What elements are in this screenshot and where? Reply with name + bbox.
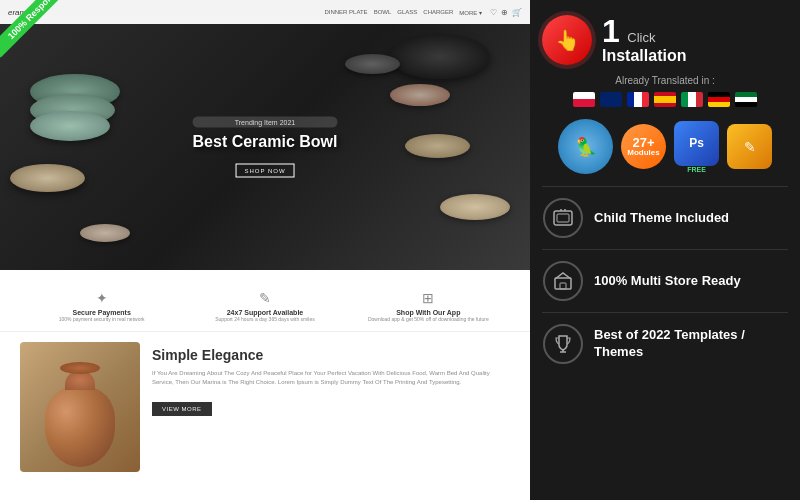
install-text: 1 Click Installation bbox=[602, 15, 686, 65]
feature-app-title: Shop With Our App bbox=[347, 309, 509, 316]
child-theme-svg bbox=[552, 207, 574, 229]
child-theme-badge-ring bbox=[543, 198, 583, 238]
flag-germany bbox=[708, 92, 730, 107]
ps-wrapper: Ps FREE bbox=[674, 121, 719, 173]
modules-mascot-badge: 🦜 bbox=[558, 119, 613, 174]
flag-spain bbox=[654, 92, 676, 107]
flag-france bbox=[627, 92, 649, 107]
mock-nav-items: DINNER PLATE BOWL GLASS CHARGER MORE ▾ bbox=[324, 9, 482, 16]
free-label: FREE bbox=[687, 166, 706, 173]
shop-now-button[interactable]: SHOP NOW bbox=[235, 164, 294, 178]
plate-2 bbox=[390, 84, 450, 106]
responsive-badge-text: 100% Responsive bbox=[0, 0, 64, 57]
flag-italy bbox=[681, 92, 703, 107]
app-icon: ⊞ bbox=[347, 290, 509, 306]
edit-icon: ✎ bbox=[744, 139, 756, 155]
website-bottom: ✦ Secure Payments 100% payment security … bbox=[0, 270, 530, 500]
product-image bbox=[20, 342, 140, 472]
flag-uk bbox=[600, 92, 622, 107]
view-more-button[interactable]: VIEW MORE bbox=[152, 402, 212, 416]
mock-nav-icons: ♡ ⊕ 🛒 bbox=[490, 8, 522, 17]
elegance-content: Simple Elegance If You Are Dreaming Abou… bbox=[152, 342, 510, 472]
best-2022-badge-ring bbox=[543, 324, 583, 364]
features-row: ✦ Secure Payments 100% payment security … bbox=[0, 282, 530, 332]
flag-poland bbox=[573, 92, 595, 107]
install-number: 1 bbox=[602, 13, 620, 49]
flag-uae bbox=[735, 92, 757, 107]
multi-store-badge-ring bbox=[543, 261, 583, 301]
child-theme-icon bbox=[542, 197, 584, 239]
bottom-content: Simple Elegance If You Are Dreaming Abou… bbox=[0, 342, 530, 472]
best-2022-text: Best of 2022 Templates / Themes bbox=[594, 327, 788, 361]
install-icon: 👆 bbox=[542, 15, 592, 65]
support-icon: ✎ bbox=[184, 290, 346, 306]
installation-label: Installation bbox=[602, 47, 686, 65]
plate-4 bbox=[345, 54, 400, 74]
svg-rect-5 bbox=[560, 283, 566, 289]
plate-6 bbox=[80, 224, 130, 242]
child-theme-text: Child Theme Included bbox=[594, 210, 729, 227]
feature-secure-desc: 100% payment security in real network bbox=[21, 316, 183, 323]
best-2022-icon bbox=[542, 323, 584, 365]
pot-top bbox=[60, 362, 100, 374]
feature-secure: ✦ Secure Payments 100% payment security … bbox=[21, 290, 183, 323]
elegance-title: Simple Elegance bbox=[152, 347, 510, 363]
feature-app-desc: Download app & get 50% off of downloadin… bbox=[347, 316, 509, 323]
right-panel: 👆 1 Click Installation Already Translate… bbox=[530, 0, 800, 500]
svg-rect-1 bbox=[557, 214, 569, 222]
child-theme-row: Child Theme Included bbox=[542, 186, 788, 249]
flags-row bbox=[542, 92, 788, 107]
plate-5 bbox=[405, 134, 470, 158]
bowl-stack bbox=[30, 74, 120, 141]
hero-sub: Trending Item 2021 bbox=[193, 117, 338, 128]
feature-app: ⊞ Shop With Our App Download app & get 5… bbox=[347, 290, 509, 323]
modules-label: Modules bbox=[627, 149, 659, 157]
best-2022-row: Best of 2022 Templates / Themes bbox=[542, 312, 788, 375]
left-panel: 100% Responsive eramic DINNER PLATE BOWL… bbox=[0, 0, 530, 500]
modules-row: 🦜 27+ Modules Ps FREE ✎ bbox=[542, 119, 788, 174]
ps-badge: Ps bbox=[674, 121, 719, 166]
pot-body bbox=[45, 387, 115, 467]
multi-store-svg bbox=[552, 270, 574, 292]
hero-title: Best Ceramic Bowl bbox=[193, 133, 338, 151]
plate-3 bbox=[440, 194, 510, 220]
mock-hero: Trending Item 2021 Best Ceramic Bowl SHO… bbox=[0, 24, 530, 270]
translated-label: Already Translated in : bbox=[542, 75, 788, 86]
multi-store-text: 100% Multi Store Ready bbox=[594, 273, 741, 290]
secure-icon: ✦ bbox=[21, 290, 183, 306]
click-label: Click bbox=[627, 30, 655, 45]
edit-badge: ✎ bbox=[727, 124, 772, 169]
bowl-dark bbox=[390, 34, 490, 79]
mock-navbar: eramic DINNER PLATE BOWL GLASS CHARGER M… bbox=[0, 0, 530, 24]
hero-text: Trending Item 2021 Best Ceramic Bowl SHO… bbox=[193, 117, 338, 178]
feature-support-title: 24x7 Support Available bbox=[184, 309, 346, 316]
feature-support: ✎ 24x7 Support Available Support 24 hour… bbox=[184, 290, 346, 323]
install-section: 👆 1 Click Installation bbox=[542, 15, 788, 65]
mascot-icon: 🦜 bbox=[575, 136, 597, 158]
elegance-desc: If You Are Dreaming About The Cozy And P… bbox=[152, 369, 510, 387]
multi-store-icon bbox=[542, 260, 584, 302]
modules-count-badge: 27+ Modules bbox=[621, 124, 666, 169]
multi-store-row: 100% Multi Store Ready bbox=[542, 249, 788, 312]
feature-secure-title: Secure Payments bbox=[21, 309, 183, 316]
website-preview: eramic DINNER PLATE BOWL GLASS CHARGER M… bbox=[0, 0, 530, 270]
responsive-badge: 100% Responsive bbox=[0, 0, 70, 70]
trophy-svg bbox=[552, 333, 574, 355]
click-icon: 👆 bbox=[555, 28, 580, 52]
plate-1 bbox=[10, 164, 85, 192]
feature-support-desc: Support 24 hours a day 365 days with smi… bbox=[184, 316, 346, 323]
